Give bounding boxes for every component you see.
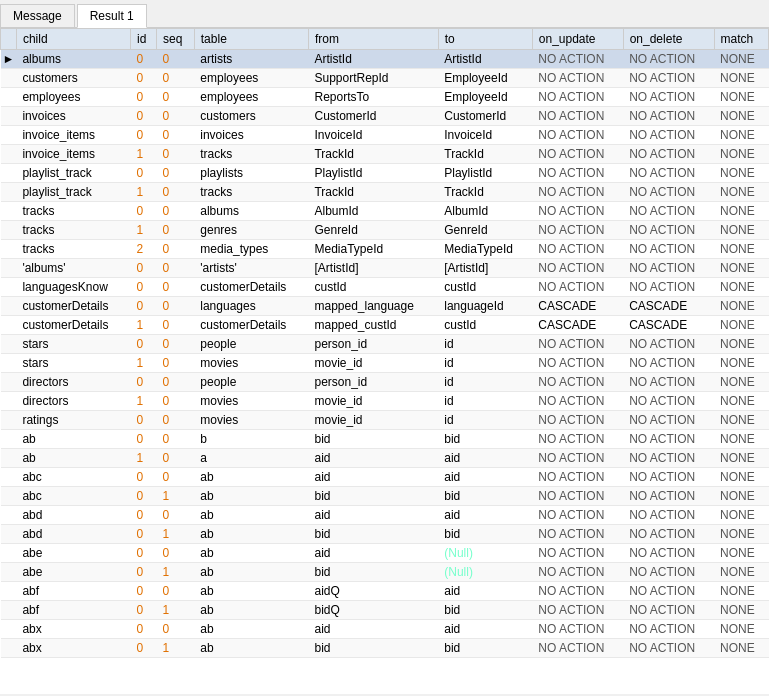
table-row[interactable]: ab00bbidbidNO ACTIONNO ACTIONNONE [1,430,769,449]
cell-id: 0 [131,601,157,620]
col-on-delete[interactable]: on_delete [623,29,714,50]
table-row[interactable]: abf00abaidQaidNO ACTIONNO ACTIONNONE [1,582,769,601]
tab-result-1[interactable]: Result 1 [77,4,147,28]
tab-bar: MessageResult 1 [0,0,769,28]
cell-id: 1 [131,145,157,164]
table-row[interactable]: directors10moviesmovie_ididNO ACTIONNO A… [1,392,769,411]
col-match[interactable]: match [714,29,768,50]
cell-on-delete: NO ACTION [623,563,714,582]
row-arrow-cell [1,506,17,525]
table-row[interactable]: customerDetails00languagesmapped_languag… [1,297,769,316]
table-row[interactable]: tracks10genresGenreIdGenreIdNO ACTIONNO … [1,221,769,240]
table-row[interactable]: abx00abaidaidNO ACTIONNO ACTIONNONE [1,620,769,639]
cell-table: ab [194,506,308,525]
row-arrow-cell [1,183,17,202]
table-row[interactable]: abc01abbidbidNO ACTIONNO ACTIONNONE [1,487,769,506]
col-on-update[interactable]: on_update [532,29,623,50]
cell-on-delete: NO ACTION [623,620,714,639]
cell-id: 0 [131,411,157,430]
cell-to: custId [438,278,532,297]
row-arrow-cell [1,335,17,354]
cell-table: languages [194,297,308,316]
cell-match: NONE [714,430,768,449]
cell-table: ab [194,620,308,639]
cell-to: CustomerId [438,107,532,126]
col-child[interactable]: child [16,29,130,50]
cell-match: NONE [714,354,768,373]
row-arrow-cell [1,221,17,240]
cell-to: GenreId [438,221,532,240]
cell-child: customers [16,69,130,88]
cell-seq: 1 [157,487,195,506]
table-row[interactable]: 'albums'00'artists'[ArtistId][ArtistId]N… [1,259,769,278]
cell-to: languageId [438,297,532,316]
table-row[interactable]: invoice_items00invoicesInvoiceIdInvoiceI… [1,126,769,145]
cell-child: ab [16,430,130,449]
cell-from: mapped_language [308,297,438,316]
cell-on-delete: CASCADE [623,316,714,335]
main-window: MessageResult 1 child id seq table from … [0,0,769,696]
table-row[interactable]: ab10aaidaidNO ACTIONNO ACTIONNONE [1,449,769,468]
table-row[interactable]: invoices00customersCustomerIdCustomerIdN… [1,107,769,126]
row-arrow-cell [1,107,17,126]
table-row[interactable]: stars00peopleperson_ididNO ACTIONNO ACTI… [1,335,769,354]
table-row[interactable]: ratings00moviesmovie_ididNO ACTIONNO ACT… [1,411,769,430]
cell-on-update: NO ACTION [532,506,623,525]
table-row[interactable]: abd01abbidbidNO ACTIONNO ACTIONNONE [1,525,769,544]
result-table-container[interactable]: child id seq table from to on_update on_… [0,28,769,694]
table-row[interactable]: abf01abbidQbidNO ACTIONNO ACTIONNONE [1,601,769,620]
cell-on-delete: NO ACTION [623,468,714,487]
cell-on-update: NO ACTION [532,145,623,164]
table-row[interactable]: languagesKnow00customerDetailscustIdcust… [1,278,769,297]
cell-on-update: NO ACTION [532,126,623,145]
cell-from: aid [308,449,438,468]
table-row[interactable]: abe01abbid(Null)NO ACTIONNO ACTIONNONE [1,563,769,582]
cell-child: abf [16,582,130,601]
table-row[interactable]: abd00abaidaidNO ACTIONNO ACTIONNONE [1,506,769,525]
col-to[interactable]: to [438,29,532,50]
cell-child: tracks [16,202,130,221]
table-row[interactable]: ►albums00artistsArtistIdArtistIdNO ACTIO… [1,50,769,69]
table-row[interactable]: abc00abaidaidNO ACTIONNO ACTIONNONE [1,468,769,487]
table-row[interactable]: tracks20media_typesMediaTypeIdMediaTypeI… [1,240,769,259]
table-row[interactable]: customers00employeesSupportRepIdEmployee… [1,69,769,88]
table-row[interactable]: abe00abaid(Null)NO ACTIONNO ACTIONNONE [1,544,769,563]
tab-message[interactable]: Message [0,4,75,27]
table-row[interactable]: playlist_track10tracksTrackIdTrackIdNO A… [1,183,769,202]
cell-to: id [438,392,532,411]
cell-on-delete: NO ACTION [623,487,714,506]
table-row[interactable]: invoice_items10tracksTrackIdTrackIdNO AC… [1,145,769,164]
cell-child: ab [16,449,130,468]
cell-on-update: NO ACTION [532,620,623,639]
table-row[interactable]: customerDetails10customerDetailsmapped_c… [1,316,769,335]
cell-on-delete: NO ACTION [623,392,714,411]
table-row[interactable]: playlist_track00playlistsPlaylistIdPlayl… [1,164,769,183]
cell-seq: 0 [157,183,195,202]
cell-seq: 0 [157,392,195,411]
cell-id: 0 [131,620,157,639]
cell-table: invoices [194,126,308,145]
cell-seq: 0 [157,316,195,335]
col-id[interactable]: id [131,29,157,50]
cell-on-delete: NO ACTION [623,506,714,525]
col-table[interactable]: table [194,29,308,50]
table-row[interactable]: employees00employeesReportsToEmployeeIdN… [1,88,769,107]
cell-id: 2 [131,240,157,259]
cell-on-delete: NO ACTION [623,145,714,164]
result-table: child id seq table from to on_update on_… [0,28,769,658]
cell-table: employees [194,88,308,107]
table-row[interactable]: tracks00albumsAlbumIdAlbumIdNO ACTIONNO … [1,202,769,221]
table-row[interactable]: abx01abbidbidNO ACTIONNO ACTIONNONE [1,639,769,658]
cell-from: CustomerId [308,107,438,126]
row-arrow-cell [1,259,17,278]
cell-to: bid [438,430,532,449]
cell-on-update: NO ACTION [532,449,623,468]
cell-id: 0 [131,164,157,183]
table-row[interactable]: directors00peopleperson_ididNO ACTIONNO … [1,373,769,392]
table-row[interactable]: stars10moviesmovie_ididNO ACTIONNO ACTIO… [1,354,769,373]
cell-id: 1 [131,354,157,373]
cell-match: NONE [714,639,768,658]
col-from[interactable]: from [308,29,438,50]
cell-seq: 0 [157,620,195,639]
col-seq[interactable]: seq [157,29,195,50]
